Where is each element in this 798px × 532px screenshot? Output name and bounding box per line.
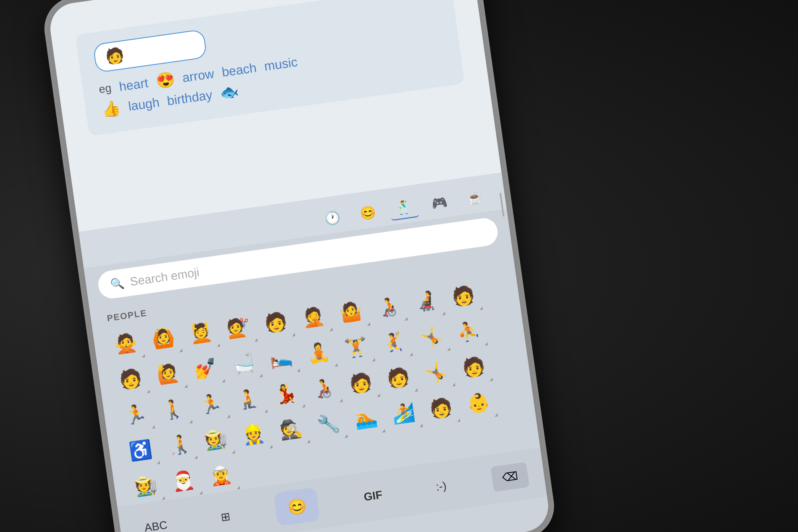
- emoji-haircut2[interactable]: 💅: [184, 348, 227, 389]
- emoji-elf[interactable]: 🧝: [200, 455, 242, 495]
- tab-people[interactable]: 🕺: [388, 195, 419, 221]
- emoji-run2[interactable]: 🏃: [190, 384, 232, 424]
- tag-fish[interactable]: 🐟: [219, 82, 240, 102]
- emoji-yoga[interactable]: 🧘: [297, 332, 340, 373]
- emoji-run[interactable]: 🏃: [115, 394, 157, 435]
- tab-activities[interactable]: 🎮: [424, 190, 454, 215]
- emoji-cartwheeel[interactable]: 🤸: [410, 316, 452, 357]
- search-emoji: 🧑: [104, 46, 125, 66]
- phone-frame: 🧑 eg heart 😍 arrow beach music 👍 laugh: [40, 0, 558, 532]
- gif-button[interactable]: GIF: [354, 481, 392, 510]
- emoji-wheelchair[interactable]: 🧑‍🦽: [367, 286, 410, 327]
- emoji-baby[interactable]: 👶: [457, 382, 500, 423]
- tag-thumbsup[interactable]: 👍: [101, 99, 122, 119]
- emoji-keyboard-button[interactable]: 😊: [273, 487, 320, 526]
- emoji-crawl[interactable]: 🧑: [420, 388, 462, 428]
- emoji-handstand[interactable]: 🤸: [415, 352, 457, 393]
- emoji-handball[interactable]: 🤾: [372, 322, 415, 362]
- emoji-haircut[interactable]: 💇: [217, 307, 260, 348]
- emoticon-button[interactable]: :-): [427, 473, 456, 501]
- emoji-chop-wood[interactable]: 🧑‍🌾: [194, 419, 237, 460]
- emoji-motorized-wheelchair[interactable]: 🧑‍🦼: [405, 281, 447, 321]
- emoji-person[interactable]: 🧑: [255, 302, 297, 342]
- abc-button[interactable]: ABC: [135, 512, 177, 532]
- emoji-detective[interactable]: 🕵️: [269, 409, 312, 449]
- tag-birthday[interactable]: birthday: [166, 87, 213, 108]
- emoji-santa[interactable]: 🎅: [162, 460, 205, 501]
- emoji-ok-person[interactable]: 🙆: [142, 318, 185, 358]
- tag-heart[interactable]: heart: [118, 75, 149, 94]
- tag-arrow[interactable]: arrow: [182, 66, 215, 85]
- phone-screen: 🧑 eg heart 😍 arrow beach music 👍 laugh: [47, 0, 551, 532]
- emoji-person5[interactable]: 🧑: [377, 357, 420, 398]
- emoji-surfer[interactable]: 🏄: [382, 393, 425, 433]
- tab-smiley[interactable]: 😊: [353, 200, 383, 225]
- emoji-no-good[interactable]: 🙅: [104, 323, 147, 364]
- emoji-facepalm[interactable]: 🤦: [292, 297, 335, 337]
- emoji-mechanic[interactable]: 🔧: [307, 403, 350, 444]
- emoji-weights[interactable]: 🏋️: [334, 327, 377, 368]
- tag-eg: eg: [98, 81, 112, 96]
- phone-container: 🧑 eg heart 😍 arrow beach music 👍 laugh: [40, 0, 558, 532]
- suggestion-area: 🧑 eg heart 😍 arrow beach music 👍 laugh: [75, 0, 464, 136]
- search-input[interactable]: Search emoji: [129, 265, 200, 289]
- emoji-wheelchair2[interactable]: 🧑‍🦽: [302, 368, 345, 408]
- emoji-farmer[interactable]: 🧑‍🌾: [124, 465, 167, 506]
- backspace-button[interactable]: ⌫: [490, 462, 529, 492]
- emoji-person4[interactable]: 🧑: [340, 362, 382, 403]
- emoji-basketball[interactable]: ⛹️: [447, 311, 490, 352]
- emoji-construction[interactable]: 👷: [232, 414, 275, 455]
- tag-heart-emoji[interactable]: 😍: [155, 70, 176, 90]
- emoji-bath[interactable]: 🛁: [222, 343, 265, 384]
- search-icon: 🔍: [109, 276, 125, 291]
- tag-music[interactable]: music: [263, 54, 298, 73]
- emoji-sleep[interactable]: 🛌: [259, 337, 302, 378]
- tag-laugh[interactable]: laugh: [127, 95, 160, 114]
- emoji-person-wheelchair[interactable]: ♿: [119, 430, 162, 471]
- tag-beach[interactable]: beach: [221, 60, 257, 80]
- emoji-person2[interactable]: 🧑: [442, 275, 485, 316]
- tab-recent[interactable]: 🕐: [317, 205, 348, 230]
- emoji-swimmer[interactable]: 🏊: [344, 398, 387, 439]
- emoji-person-cane[interactable]: 🧑‍🦯: [157, 424, 200, 465]
- emoji-walk[interactable]: 🚶: [152, 389, 195, 429]
- emoji-raise-hand[interactable]: 🙋: [147, 353, 190, 394]
- emoji-dance[interactable]: 💃: [265, 373, 307, 414]
- tab-food[interactable]: ☕: [460, 185, 490, 210]
- emoji-massage[interactable]: 💆: [180, 312, 222, 353]
- sticker-button[interactable]: ⊞: [211, 502, 240, 531]
- keyboard-area: 🕐 😊 🕺 🎮 ☕ 🔍 Search emoji PEOPLE: [79, 172, 551, 532]
- emoji-person3[interactable]: 🧑: [109, 358, 152, 399]
- emoji-shrug[interactable]: 🤷: [330, 291, 372, 332]
- emoji-kneel[interactable]: 🧎: [227, 378, 270, 419]
- search-box-top[interactable]: 🧑: [93, 29, 207, 73]
- emoji-person6[interactable]: 🧑: [452, 347, 495, 388]
